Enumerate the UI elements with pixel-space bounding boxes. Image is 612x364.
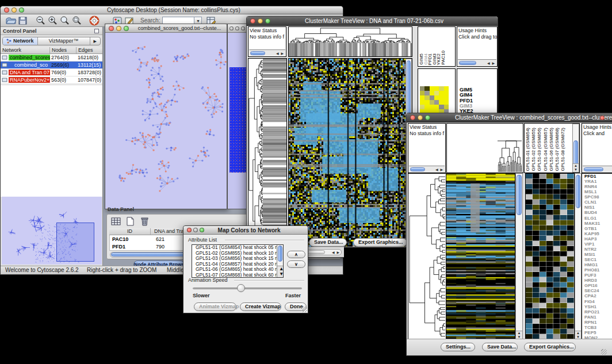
close-button[interactable] xyxy=(4,7,9,13)
grid-network-canvas[interactable] xyxy=(228,33,248,209)
help-lifebuoy-icon[interactable] xyxy=(89,16,101,26)
gene-label: GPI16 xyxy=(583,283,612,288)
close-button[interactable] xyxy=(187,228,192,232)
tv1-hscrollbar[interactable]: ◀ ▶ xyxy=(306,249,342,255)
correlation-matrix[interactable] xyxy=(420,86,449,114)
move-up-button[interactable]: ∧ xyxy=(287,251,305,258)
tv1-save-data-button[interactable]: Save Data... xyxy=(309,238,347,247)
tv2-heatmap[interactable] xyxy=(446,173,515,340)
network-table-row[interactable]: RNAPuberNov2+| 563(0) 107847(0) xyxy=(1,76,102,84)
zoom-button[interactable] xyxy=(425,115,430,120)
tv2-column-labels-scrollbar[interactable]: ▲▼ xyxy=(572,124,579,173)
tv2-gene-labels[interactable]: PFD1YRA1RNR4MSL1SPC98CLN1NIS1BUD4ELG1MAK… xyxy=(582,173,612,340)
gene-label: PEP5 xyxy=(583,330,612,335)
birdseye-view[interactable] xyxy=(2,197,102,265)
tv2-export-graphics-button[interactable]: Export Graphics... xyxy=(524,343,576,351)
float-panel-icon[interactable] xyxy=(94,29,99,33)
slower-label: Slower xyxy=(193,293,210,298)
view-status-scrollbar[interactable]: ◀ ▶ xyxy=(249,49,285,56)
minimize-button[interactable] xyxy=(235,26,239,30)
grid-network-titlebar[interactable] xyxy=(228,24,248,33)
usage-hints-scrollbar[interactable] xyxy=(583,166,612,172)
zoom-button[interactable] xyxy=(265,18,270,24)
attribute-list[interactable]: GPL51-01 (GSM854) heat shock 05 minGPL51… xyxy=(192,244,284,278)
gene-label: PAN1 xyxy=(583,315,612,320)
matrix-cell xyxy=(430,86,434,91)
gene-label: NIS1 xyxy=(583,205,612,210)
create-vizmap-button[interactable]: Create Vizmap xyxy=(240,302,281,311)
tv2-zoom-vscrollbar[interactable]: ▲▼ xyxy=(575,173,582,340)
resize-grip[interactable] xyxy=(601,349,607,355)
tv1-column-dendrogram[interactable] xyxy=(288,26,412,57)
minimize-button[interactable] xyxy=(12,7,17,13)
matrix-cell xyxy=(434,91,439,95)
delete-attribute-icon[interactable] xyxy=(139,216,151,227)
gene-label: NTR2 xyxy=(583,247,612,252)
attribute-list-scrollbar[interactable]: ▲▼ xyxy=(277,245,283,277)
tv1-export-graphics-button[interactable]: Export Graphics... xyxy=(353,238,407,247)
close-button[interactable] xyxy=(410,115,415,120)
main-window-title: Cytoscape Desktop (Session Name: collins… xyxy=(28,7,320,13)
tab-overflow-arrow[interactable]: ▶ xyxy=(90,37,100,45)
status-welcome: Welcome to Cytoscape 2.6.2 xyxy=(5,267,79,273)
network-nodes-count: 2569(6) xyxy=(50,62,76,68)
animate-vizmap-button[interactable]: Animate Vizmap xyxy=(194,302,236,311)
tv1-column-labels[interactable]: GIM5GIM4PFD1GIM3YKE2PAC10 xyxy=(418,26,456,67)
close-button[interactable] xyxy=(230,26,234,30)
zoom-button[interactable] xyxy=(241,26,245,30)
zoom-fit-icon[interactable] xyxy=(59,16,71,26)
tv2-column-dendrogram[interactable] xyxy=(446,123,523,173)
tv1-row-dendrogram[interactable] xyxy=(248,58,287,252)
tv2-zoom-heatmap[interactable] xyxy=(525,173,575,340)
network-view-titlebar[interactable]: combined_scores_good.txt--cluste... xyxy=(105,24,227,33)
matrix-cell xyxy=(430,95,434,100)
network-canvas[interactable] xyxy=(105,33,227,209)
zoom-button[interactable] xyxy=(200,228,204,232)
birdseye-viewport-rect[interactable] xyxy=(56,223,94,262)
zoom-button[interactable] xyxy=(19,7,24,13)
minimize-button[interactable] xyxy=(418,115,423,120)
usage-hints-scrollbar[interactable]: ◀ ▶ xyxy=(458,59,496,66)
treeview2-titlebar[interactable]: ClusterMaker TreeView : combined_scores_… xyxy=(407,113,612,122)
gene-label: KAP95 xyxy=(583,231,612,236)
zoom-button[interactable] xyxy=(124,26,129,31)
open-session-icon[interactable] xyxy=(5,16,17,26)
tab-vizmapper[interactable]: VizMapper™ xyxy=(38,37,90,45)
move-down-button[interactable]: ∨ xyxy=(287,260,305,268)
zoom-selected-icon[interactable] xyxy=(71,16,83,26)
network-table-row[interactable]: combined_scores 2764(0) 16218(0) xyxy=(1,54,102,62)
zoom-out-icon[interactable] xyxy=(35,16,47,26)
tv2-column-labels[interactable]: GPL51-01 (GSM854)GPL51-02 (GSM855)GPL51-… xyxy=(524,123,580,173)
animation-speed-slider-track[interactable] xyxy=(193,288,302,289)
view-status-scrollbar[interactable]: ◀ ▶ xyxy=(409,166,445,172)
gene-label: MSL1 xyxy=(583,189,612,194)
network-table[interactable]: combined_scores 2764(0) 16218(0) combine… xyxy=(1,54,102,85)
save-session-icon[interactable] xyxy=(17,16,29,26)
treeview1-titlebar[interactable]: ClusterMaker TreeView : DNA and Tran 07-… xyxy=(247,17,498,26)
tab-network[interactable]: Network xyxy=(3,37,38,45)
tv2-heatmap-vscrollbar[interactable]: ▲▼ xyxy=(515,173,523,340)
tv2-save-data-button[interactable]: Save Data... xyxy=(482,343,518,351)
close-button[interactable] xyxy=(109,26,114,31)
dialog-titlebar[interactable]: Map Colors to Network xyxy=(183,226,308,235)
minimize-button[interactable] xyxy=(116,26,121,31)
main-titlebar[interactable]: Cytoscape Desktop (Session Name: collins… xyxy=(1,6,343,14)
notification-dot xyxy=(600,116,605,120)
close-button[interactable] xyxy=(250,18,255,24)
column-label: GPL51-08 (GSM872) xyxy=(561,128,567,171)
network-table-row[interactable]: combined_sco 2569(6) 13112(15) xyxy=(1,62,102,69)
matrix-cell xyxy=(420,95,424,100)
minimize-button[interactable] xyxy=(258,18,263,24)
tv1-heatmap[interactable] xyxy=(288,58,412,252)
network-edges-count: 183728(0) xyxy=(76,70,102,75)
animation-speed-slider-thumb[interactable] xyxy=(237,284,245,292)
tv2-row-dendrogram[interactable] xyxy=(408,173,446,340)
new-attribute-icon[interactable] xyxy=(125,216,137,227)
attribute-select-icon[interactable] xyxy=(110,216,123,227)
zoom-in-icon[interactable] xyxy=(47,16,59,26)
tv2-settings-button[interactable]: Settings... xyxy=(441,343,475,351)
resize-grip[interactable] xyxy=(301,306,307,312)
minimize-button[interactable] xyxy=(193,228,198,232)
network-table-row[interactable]: DNA and Tran 07 769(0) 183728(0) xyxy=(1,69,102,76)
matrix-cell xyxy=(424,105,429,109)
